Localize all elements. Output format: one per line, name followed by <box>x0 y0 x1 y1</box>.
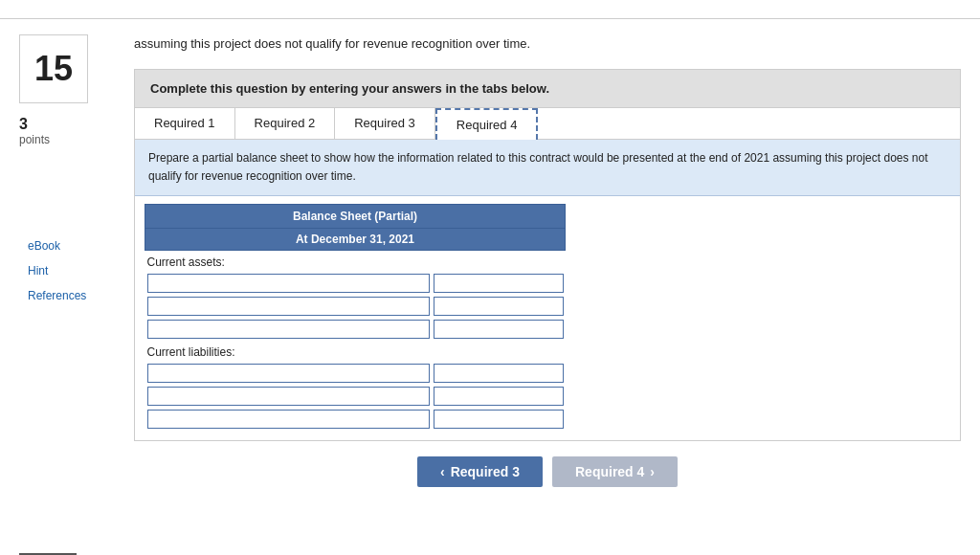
liability-value-1[interactable] <box>434 364 564 383</box>
asset-value-3[interactable] <box>434 320 564 339</box>
liability-input-2[interactable] <box>147 387 430 406</box>
next-label: Required 4 <box>575 464 644 479</box>
current-assets-label: Current assets: <box>145 250 566 272</box>
asset-input-1[interactable] <box>147 274 430 293</box>
sidebar-references[interactable]: References <box>19 286 95 305</box>
points-label: points <box>19 133 50 146</box>
asset-input-2[interactable] <box>147 297 430 316</box>
prev-label: Required 3 <box>451 464 520 479</box>
tab-instruction-text: Prepare a partial balance sheet to show … <box>135 140 960 196</box>
asset-input-3[interactable] <box>147 320 430 339</box>
tab-required-1[interactable]: Required 1 <box>135 108 235 139</box>
asset-value-2[interactable] <box>434 297 564 316</box>
liability-value-3[interactable] <box>434 410 564 429</box>
bottom-navigation: ‹ Required 3 Required 4 › <box>134 441 961 502</box>
bs-subtitle: At December 31, 2021 <box>145 228 566 250</box>
tabs-container: Required 1 Required 2 Required 3 Require… <box>134 108 961 140</box>
tab-required-2[interactable]: Required 2 <box>235 108 336 139</box>
liability-input-1[interactable] <box>147 364 430 383</box>
prev-icon: ‹ <box>440 464 445 479</box>
sidebar-hint[interactable]: Hint <box>19 261 95 280</box>
prev-button[interactable]: ‹ Required 3 <box>417 456 543 487</box>
liability-input-3[interactable] <box>147 410 430 429</box>
liability-value-2[interactable] <box>434 387 564 406</box>
sidebar-ebook[interactable]: eBook <box>19 236 95 255</box>
balance-sheet: Balance Sheet (Partial) At December 31, … <box>135 196 960 440</box>
asset-value-1[interactable] <box>434 274 564 293</box>
tab-required-4[interactable]: Required 4 <box>435 108 539 140</box>
instruction-bar: Complete this question by entering your … <box>134 69 961 108</box>
question-number: 15 <box>19 34 88 103</box>
next-icon: › <box>650 464 655 479</box>
current-liabilities-label: Current liabilities: <box>145 341 566 362</box>
tab-content: Prepare a partial balance sheet to show … <box>134 140 961 441</box>
points-value: 3 <box>19 115 28 133</box>
next-button[interactable]: Required 4 › <box>552 456 678 487</box>
question-text: assuming this project does not qualify f… <box>134 34 961 54</box>
bs-title: Balance Sheet (Partial) <box>145 204 566 228</box>
tab-required-3[interactable]: Required 3 <box>335 108 435 139</box>
